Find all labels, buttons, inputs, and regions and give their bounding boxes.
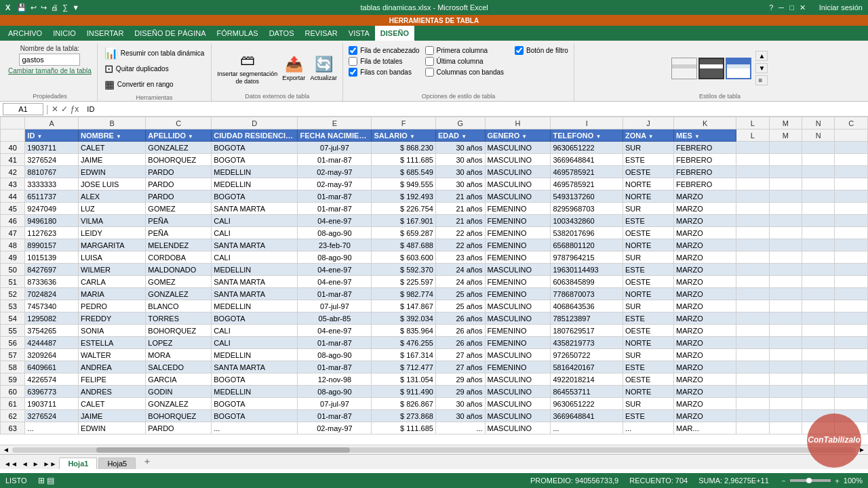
cell[interactable]: GONZALEZ <box>146 288 212 300</box>
cell[interactable]: SANTA MARTA <box>212 361 298 373</box>
cell[interactable] <box>769 386 802 398</box>
cell[interactable]: OESTE <box>623 325 674 337</box>
cell[interactable]: NORTE <box>623 288 674 300</box>
cell[interactable]: MARZO <box>674 337 736 349</box>
cell[interactable]: $ 487.688 <box>372 239 435 251</box>
add-sheet-button[interactable]: ＋ <box>137 454 157 469</box>
cell[interactable] <box>802 410 835 422</box>
cell[interactable]: 7457340 <box>25 300 79 312</box>
cell[interactable]: $ 111.685 <box>372 422 435 434</box>
col-telefono-header[interactable]: TELEFONO ▼ <box>551 129 623 142</box>
cell[interactable]: FEBRERO <box>674 178 736 190</box>
tab-formulas[interactable]: FÓRMULAS <box>212 26 264 41</box>
cell[interactable]: 1015139 <box>25 251 79 264</box>
cell[interactable]: 1807629517 <box>551 325 623 337</box>
cell[interactable] <box>802 227 835 239</box>
row-number[interactable]: 58 <box>1 361 25 373</box>
cell[interactable]: PARDO <box>146 178 212 190</box>
cell[interactable] <box>736 276 769 288</box>
cell[interactable] <box>769 373 802 386</box>
cell[interactable]: 30 años <box>435 410 485 422</box>
table-row[interactable]: 594226574FELIPEGARCIABOGOTA12-nov-98$ 13… <box>1 373 868 386</box>
cell[interactable]: BOHORQUEZ <box>146 325 212 337</box>
confirm-formula-icon[interactable]: ✓ <box>61 104 68 114</box>
cell[interactable]: 9787964215 <box>551 251 623 264</box>
table-row[interactable]: 623276524JAIMEBOHORQUEZBOGOTA01-mar-87$ … <box>1 410 868 422</box>
cell[interactable] <box>736 142 769 154</box>
cell[interactable] <box>802 203 835 215</box>
cell[interactable] <box>736 251 769 264</box>
cell[interactable]: 6568801120 <box>551 239 623 251</box>
col-nombre-header[interactable]: NOMBRE ▼ <box>79 129 146 142</box>
cell[interactable]: 8427697 <box>25 264 79 276</box>
cell[interactable] <box>835 300 868 312</box>
col-genero-header[interactable]: GENERO ▼ <box>485 129 551 142</box>
cell[interactable]: MEDELLIN <box>212 178 298 190</box>
cell[interactable] <box>835 349 868 361</box>
tab-archivo[interactable]: ARCHIVO <box>3 26 47 41</box>
cell[interactable]: 9247049 <box>25 203 79 215</box>
cell[interactable] <box>769 203 802 215</box>
row-number[interactable]: 61 <box>1 398 25 410</box>
cell[interactable]: MARZO <box>674 276 736 288</box>
cell[interactable] <box>835 337 868 349</box>
cell[interactable]: 30 años <box>435 154 485 166</box>
fila-totales-check[interactable]: Fila de totales <box>349 57 419 66</box>
cell[interactable]: PEDRO <box>79 300 146 312</box>
filas-bandas-check[interactable]: Filas con bandas <box>349 68 419 77</box>
row-number[interactable]: 41 <box>1 154 25 166</box>
cell[interactable]: 08-ago-90 <box>298 386 372 398</box>
col-header-n[interactable]: N <box>802 117 835 129</box>
cell[interactable]: 9630651222 <box>551 142 623 154</box>
cell[interactable]: 3333333 <box>25 178 79 190</box>
row-number[interactable]: 62 <box>1 410 25 422</box>
cell[interactable]: BOGOTA <box>212 410 298 422</box>
cell[interactable]: BOGOTA <box>212 373 298 386</box>
cell[interactable]: 3276524 <box>25 154 79 166</box>
cell[interactable]: ESTE <box>623 215 674 227</box>
cell[interactable] <box>802 337 835 349</box>
cell[interactable]: 6409661 <box>25 361 79 373</box>
cell[interactable]: $ 476.255 <box>372 337 435 349</box>
cell[interactable]: 24 años <box>435 276 485 288</box>
col-header-j[interactable]: J <box>623 117 674 129</box>
cell[interactable]: $ 592.370 <box>372 264 435 276</box>
cell[interactable] <box>802 288 835 300</box>
cell[interactable]: ESTE <box>623 361 674 373</box>
cell[interactable] <box>802 215 835 227</box>
cell[interactable]: MASCULINO <box>485 264 551 276</box>
cell[interactable] <box>802 361 835 373</box>
cell[interactable]: $ 826.867 <box>372 398 435 410</box>
cell[interactable] <box>736 239 769 251</box>
cell[interactable]: BOGOTA <box>212 398 298 410</box>
cancel-formula-icon[interactable]: ✕ <box>52 104 58 114</box>
cell[interactable]: 22 años <box>435 239 485 251</box>
col-header-e[interactable]: E <box>298 117 372 129</box>
row-number[interactable]: 46 <box>1 215 25 227</box>
cell[interactable]: MARZO <box>674 398 736 410</box>
cell[interactable]: $ 659.287 <box>372 227 435 239</box>
cell[interactable]: MASCULINO <box>485 142 551 154</box>
cell[interactable]: MEDELLIN <box>212 166 298 178</box>
col-header-c[interactable]: C <box>146 117 212 129</box>
row-number[interactable]: 56 <box>1 337 25 349</box>
cell[interactable]: SANTA MARTA <box>212 288 298 300</box>
cell[interactable]: 4358219773 <box>551 337 623 349</box>
cell[interactable] <box>835 312 868 325</box>
cell[interactable]: FEMENINO <box>485 337 551 349</box>
cell[interactable] <box>802 373 835 386</box>
cell[interactable]: 21 años <box>435 203 485 215</box>
resize-tabla-link[interactable]: Cambiar tamaño de la tabla <box>8 67 92 75</box>
cell[interactable]: OESTE <box>623 276 674 288</box>
cell[interactable] <box>769 300 802 312</box>
table-row[interactable]: 611903711CALETGONZALEZBOGOTA07-jul-97$ 8… <box>1 398 868 410</box>
cell[interactable]: WILMER <box>79 264 146 276</box>
cell[interactable]: ESTE <box>623 410 674 422</box>
cell[interactable]: EDWIN <box>79 166 146 178</box>
cell[interactable]: MEDELLIN <box>212 349 298 361</box>
table-row[interactable]: 413276524JAIMEBOHORQUEZBOGOTA01-mar-87$ … <box>1 154 868 166</box>
cell[interactable] <box>802 142 835 154</box>
style-swatch-3[interactable] <box>726 58 751 79</box>
cell[interactable] <box>736 373 769 386</box>
cell[interactable]: MASCULINO <box>485 422 551 434</box>
